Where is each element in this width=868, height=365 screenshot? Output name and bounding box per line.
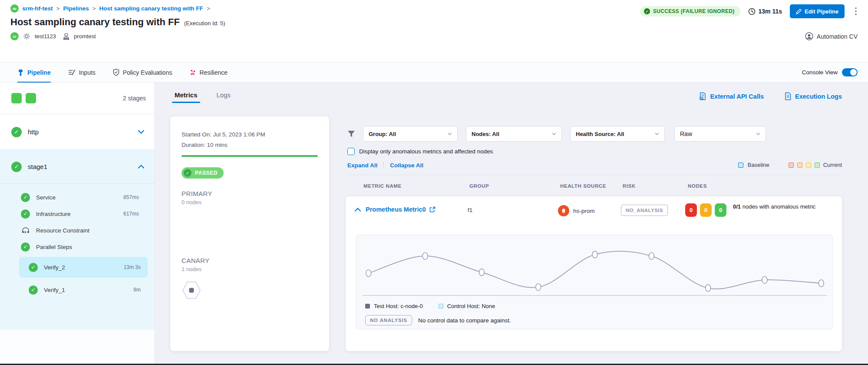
canary-node-hexagon[interactable] [182, 280, 318, 300]
stage-status-square [26, 93, 36, 103]
resilience-chaos-icon [189, 69, 196, 76]
service-name[interactable]: test1123 [35, 33, 56, 40]
control-host-swatch [439, 304, 443, 309]
nodes-filter-dropdown[interactable]: Nodes: All [466, 126, 562, 142]
baseline-current-legend: Baseline Current [738, 162, 842, 168]
step-item-verify-2[interactable]: ✓ Verify_2 13m 3s [19, 257, 148, 278]
health-source-filter-dropdown[interactable]: Health Source: All [570, 126, 665, 142]
success-check-icon: ✓ [21, 193, 30, 202]
chart-marker [592, 251, 597, 258]
chevron-down-icon [448, 133, 452, 135]
environment-name[interactable]: promtest [74, 33, 96, 40]
tab-policy-evaluations[interactable]: Policy Evaluations [113, 63, 172, 82]
anomalous-only-checkbox[interactable] [347, 148, 355, 155]
analysis-status: NO ANALYSIS No control data to compare a… [365, 315, 511, 325]
data-type-dropdown[interactable]: Raw [674, 126, 766, 142]
warning-count-chip: 0 [700, 203, 712, 217]
clock-icon [748, 8, 756, 15]
svg-text:API: API [700, 97, 703, 100]
edit-pipeline-button[interactable]: Edit Pipeline [790, 4, 845, 18]
chart-marker [649, 252, 654, 259]
col-health-source: HEALTH SOURCE [560, 183, 606, 189]
chevron-down-icon [756, 133, 760, 135]
elapsed-time: 13m 11s [748, 8, 782, 15]
verification-tabs: Metrics Logs [175, 91, 231, 103]
status-badge: ✓ SUCCESS (FAILURE IGNORED) [640, 6, 741, 17]
external-api-calls-link[interactable]: API External API Calls [699, 92, 764, 100]
execution-logs-link[interactable]: Execution Logs [785, 92, 842, 100]
metric-name-link[interactable]: Prometheus Metric0 [366, 206, 436, 213]
stage-item-stage1[interactable]: ✓ stage1 [0, 150, 155, 184]
metric-chart-svg[interactable] [359, 237, 831, 302]
check-icon: ✓ [644, 8, 650, 14]
step-item-service[interactable]: ✓ Service 857ms [0, 189, 155, 206]
breadcrumb-project[interactable]: srm-hf-test [22, 5, 53, 12]
breadcrumb-separator: > [92, 5, 96, 12]
chart-legend: Test Host: c-node-0 Control Host: None [365, 303, 495, 309]
collapse-all-link[interactable]: Collapse All [390, 162, 423, 169]
user-avatar-icon [805, 32, 813, 40]
col-risk: RISK [623, 183, 636, 189]
metric-row: Prometheus Metric0 f1 hs-prom NO_ANALYSI… [346, 196, 842, 235]
tab-pipeline[interactable]: Pipeline [17, 63, 51, 82]
stage-status-square [11, 93, 22, 103]
breadcrumb-pipelines[interactable]: Pipelines [63, 5, 89, 12]
success-check-icon: ✓ [29, 263, 38, 272]
step-item-parallel-steps[interactable]: ✓ Parallel Steps [0, 239, 155, 255]
col-group: GROUP [469, 183, 489, 189]
stage-count: 2 stages [123, 95, 146, 102]
gear-icon [23, 33, 30, 40]
node-risk-counts: 0 0 0 [685, 203, 726, 217]
collapse-metric-chevron-icon[interactable] [355, 208, 361, 212]
no-analysis-badge: NO ANALYSIS [365, 315, 412, 325]
pipeline-execution-page: ∞ srm-hf-test > Pipelines > Host samplin… [0, 0, 868, 365]
primary-node-count: 0 nodes [182, 199, 318, 206]
divider [347, 175, 842, 175]
progress-bar [182, 155, 318, 157]
metric-card: Prometheus Metric0 f1 hs-prom NO_ANALYSI… [346, 196, 842, 351]
tab-resilience[interactable]: Resilience [189, 63, 228, 82]
nodes-summary: 0/1 nodes with anomalous metric [733, 203, 847, 211]
control-host-label: Control Host: None [447, 303, 495, 309]
no-analysis-message: No control data to compare against. [418, 317, 511, 324]
pencil-icon [796, 9, 802, 14]
chart-marker [366, 270, 371, 277]
metric-group: f1 [468, 207, 472, 213]
test-host-label: Test Host: c-node-0 [374, 303, 423, 309]
anomalous-only-label: Display only anomalous metrics and affec… [359, 148, 493, 155]
check-icon: ✓ [184, 169, 191, 177]
page-title: Host sampling canary testing with FF [10, 17, 180, 28]
environment-icon [63, 33, 69, 40]
tab-inputs[interactable]: Inputs [68, 63, 96, 82]
console-view-toggle[interactable] [842, 68, 858, 76]
step-item-verify-1[interactable]: ✓ Verify_1 9m [19, 279, 148, 300]
chart-marker [536, 284, 541, 291]
col-nodes: NODES [688, 183, 707, 189]
stage-item-http[interactable]: ✓ http [0, 114, 155, 150]
baseline-swatch [738, 163, 743, 168]
tab-metrics[interactable]: Metrics [175, 91, 198, 103]
filter-icon[interactable] [347, 130, 355, 138]
metric-health-source: hs-prom [558, 205, 595, 216]
passed-badge: ✓ PASSED [182, 167, 224, 179]
metric-chart-panel: Test Host: c-node-0 Control Host: None N… [356, 235, 833, 329]
chart-marker [818, 280, 824, 287]
tab-logs[interactable]: Logs [217, 91, 231, 103]
current-label: Current [823, 162, 842, 168]
canary-label: CANARY [182, 257, 318, 264]
expand-all-link[interactable]: Expand All [347, 162, 377, 169]
success-check-icon: ✓ [11, 162, 22, 172]
step-item-infrastructure[interactable]: ✓ Infrastructure 617ms [0, 206, 155, 222]
group-filter-dropdown[interactable]: Group: All [363, 126, 458, 142]
primary-label: PRIMARY [182, 190, 318, 197]
prometheus-icon [558, 205, 569, 216]
step-item-resource-constraint[interactable]: Resource Constraint [0, 222, 155, 239]
inputs-icon [68, 69, 76, 76]
more-options-menu[interactable] [852, 5, 859, 18]
srm-module-icon: ∞ [10, 4, 19, 13]
execution-tab-bar: Pipeline Inputs Policy Evaluations Resil… [0, 62, 868, 83]
started-on: Started On: Jul 5, 2023 1:06 PM [182, 131, 318, 138]
document-icon [785, 92, 791, 100]
breadcrumb-pipeline-name[interactable]: Host sampling canary testing with FF [99, 5, 203, 12]
success-check-icon: ✓ [29, 285, 38, 295]
